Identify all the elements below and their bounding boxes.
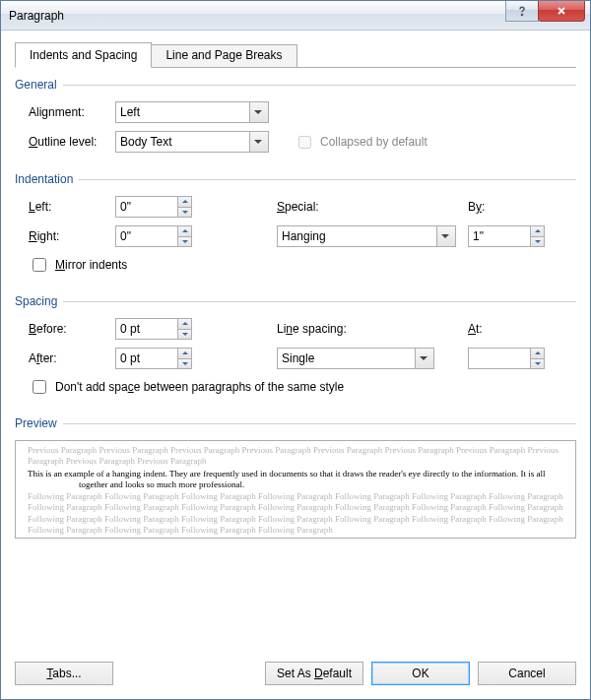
dialog-content: Indents and Spacing Line and Page Breaks… (1, 31, 590, 699)
set-default-button[interactable]: Set As Default (265, 662, 363, 685)
cancel-button[interactable]: Cancel (478, 662, 576, 685)
outline-label: Outline level: (29, 135, 115, 149)
by-spinner[interactable] (468, 225, 545, 247)
window-title: Paragraph (9, 9, 505, 23)
spin-up-icon[interactable] (178, 197, 191, 207)
indent-left-spinner[interactable] (115, 196, 192, 218)
after-spinner[interactable] (115, 348, 192, 369)
before-input[interactable] (116, 319, 177, 339)
titlebar: Paragraph (1, 1, 590, 31)
tab-indents-spacing[interactable]: Indents and Spacing (15, 42, 152, 68)
spin-down-icon[interactable] (178, 207, 191, 218)
svg-point-0 (521, 14, 522, 15)
group-preview-label: Preview (15, 416, 57, 430)
outline-select[interactable]: Body Text (115, 131, 269, 153)
preview-body: This is an example of a hanging indent. … (28, 469, 563, 491)
paragraph-dialog: Paragraph Indents and Spacing Line and P… (0, 0, 591, 700)
alignment-label: Alignment: (29, 105, 115, 119)
preview-box: Previous Paragraph Previous Paragraph Pr… (15, 440, 576, 539)
preview-previous: Previous Paragraph Previous Paragraph Pr… (28, 445, 563, 468)
special-select[interactable]: Hanging (277, 225, 456, 247)
group-general-label: General (15, 78, 57, 92)
indent-right-spinner[interactable] (115, 225, 192, 247)
line-spacing-label: Line spacing: (277, 322, 434, 336)
line-spacing-select[interactable]: Single (277, 348, 434, 369)
preview-following: Following Paragraph Following Paragraph … (28, 491, 563, 536)
tabs-button[interactable]: Tabs... (15, 662, 113, 685)
at-spinner[interactable] (468, 348, 545, 369)
indent-right-input[interactable] (116, 226, 177, 246)
collapsed-checkbox (298, 136, 311, 149)
before-spinner[interactable] (115, 318, 192, 340)
group-spacing-label: Spacing (15, 294, 57, 308)
before-label: Before: (29, 322, 115, 336)
at-input[interactable] (469, 349, 530, 368)
no-add-space-label: Don't add space between paragraphs of th… (55, 380, 344, 394)
tab-line-page-breaks[interactable]: Line and Page Breaks (151, 44, 296, 67)
alignment-select[interactable]: Left (115, 101, 269, 123)
ok-button[interactable]: OK (371, 662, 470, 685)
group-preview: Preview Previous Paragraph Previous Para… (15, 416, 576, 638)
collapsed-checkbox-wrap: Collapsed by default (295, 133, 427, 152)
group-general: General Alignment: Left Outline level: B… (15, 78, 576, 160)
group-spacing: Spacing Before: Line spacing: At: After: (15, 294, 576, 405)
no-add-space-checkbox[interactable] (33, 380, 46, 394)
indent-left-input[interactable] (116, 197, 177, 217)
at-label: At: (468, 322, 483, 336)
close-button[interactable] (538, 1, 585, 22)
spin-up-icon[interactable] (178, 319, 191, 329)
spin-down-icon[interactable] (531, 358, 544, 369)
spin-down-icon[interactable] (531, 236, 544, 247)
after-input[interactable] (116, 349, 177, 368)
indent-right-label: Right: (29, 229, 115, 243)
collapsed-label: Collapsed by default (320, 135, 427, 149)
mirror-indents-wrap[interactable]: Mirror indents (15, 255, 576, 275)
no-add-space-wrap[interactable]: Don't add space between paragraphs of th… (15, 377, 576, 397)
spin-up-icon[interactable] (531, 226, 544, 236)
mirror-indents-checkbox[interactable] (33, 258, 46, 272)
group-indentation-label: Indentation (15, 172, 73, 186)
spin-up-icon[interactable] (178, 349, 191, 358)
spin-down-icon[interactable] (178, 329, 191, 340)
dialog-buttons: Tabs... Set As Default OK Cancel (15, 650, 576, 685)
special-label: Special: (277, 200, 434, 214)
spin-up-icon[interactable] (531, 349, 544, 358)
spin-down-icon[interactable] (178, 236, 191, 247)
title-buttons (505, 1, 590, 30)
group-indentation: Indentation Left: Special: By: Right: (15, 172, 576, 283)
mirror-indents-label: Mirror indents (55, 258, 127, 272)
tab-strip: Indents and Spacing Line and Page Breaks (15, 42, 576, 68)
spin-down-icon[interactable] (178, 358, 191, 369)
after-label: After: (29, 351, 115, 365)
help-button[interactable] (505, 1, 539, 22)
by-input[interactable] (469, 226, 530, 246)
indent-left-label: Left: (29, 200, 115, 214)
spin-up-icon[interactable] (178, 226, 191, 236)
by-label: By: (468, 200, 485, 214)
